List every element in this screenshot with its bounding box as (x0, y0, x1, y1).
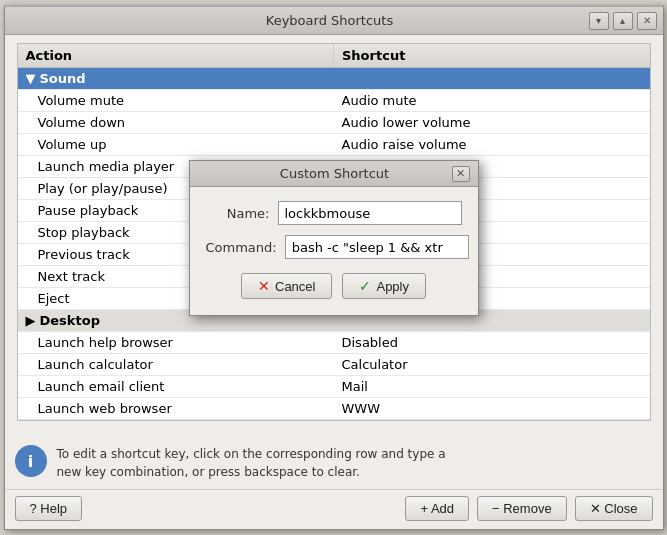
dialog-titlebar: Custom Shortcut ✕ (190, 161, 478, 187)
table-row[interactable]: Volume upAudio raise volume (18, 134, 650, 156)
cancel-icon: ✕ (258, 278, 270, 294)
button-bar: ? Help + Add − Remove ✕ Close (5, 489, 663, 529)
table-wrapper: Action Shortcut ▼SoundVolume muteAudio m… (11, 39, 657, 437)
command-row: Command: (206, 235, 462, 259)
apply-button[interactable]: ✓ Apply (342, 273, 426, 299)
table-row[interactable]: Launch help browserDisabled (18, 332, 650, 354)
shortcut-cell: Audio raise volume (334, 134, 650, 156)
table-row[interactable]: Launch email clientMail (18, 376, 650, 398)
expand-icon: ▶ (26, 313, 36, 328)
action-cell: Launch web browser (18, 398, 334, 420)
help-button[interactable]: ? Help (15, 496, 83, 521)
shortcut-cell: Mail (334, 376, 650, 398)
shortcut-cell: WWW (334, 398, 650, 420)
window-content: Action Shortcut ▼SoundVolume muteAudio m… (5, 35, 663, 529)
name-label: Name: (206, 206, 278, 221)
table-row[interactable]: Volume muteAudio mute (18, 90, 650, 112)
action-cell: Launch calculator (18, 354, 334, 376)
name-input[interactable] (278, 201, 462, 225)
remove-button[interactable]: − Remove (477, 496, 567, 521)
command-label: Command: (206, 240, 285, 255)
table-row[interactable]: Launch calculatorCalculator (18, 354, 650, 376)
action-cell: Volume up (18, 134, 334, 156)
category-cell: ▼Sound (18, 68, 650, 90)
close-button[interactable]: ✕ Close (575, 496, 653, 521)
custom-shortcut-dialog: Custom Shortcut ✕ Name: Command: (189, 160, 479, 316)
add-button[interactable]: + Add (405, 496, 469, 521)
command-input[interactable] (285, 235, 469, 259)
table-row[interactable]: Volume downAudio lower volume (18, 112, 650, 134)
info-icon: i (15, 445, 47, 477)
info-bar: i To edit a shortcut key, click on the c… (5, 437, 663, 489)
cancel-label: Cancel (275, 279, 315, 294)
shortcut-cell: Audio mute (334, 90, 650, 112)
table-row[interactable]: Launch web browserWWW (18, 398, 650, 420)
apply-label: Apply (376, 279, 409, 294)
action-cell: Volume mute (18, 90, 334, 112)
expand-icon: ▼ (26, 71, 36, 86)
window-title: Keyboard Shortcuts (71, 13, 589, 28)
titlebar: Keyboard Shortcuts ▾ ▴ ✕ (5, 7, 663, 35)
dialog-body: Name: Command: ✕ Cancel (190, 187, 478, 315)
window-maximize-button[interactable]: ▴ (613, 12, 633, 30)
shortcut-cell: Disabled (334, 332, 650, 354)
action-cell: Launch help browser (18, 332, 334, 354)
shortcut-cell: Calculator (334, 354, 650, 376)
column-header-action: Action (18, 44, 334, 68)
cancel-button[interactable]: ✕ Cancel (241, 273, 332, 299)
dialog-buttons: ✕ Cancel ✓ Apply (206, 269, 462, 305)
column-header-shortcut: Shortcut (334, 44, 650, 68)
window-minimize-button[interactable]: ▾ (589, 12, 609, 30)
action-cell: Launch email client (18, 376, 334, 398)
table-row[interactable]: ▼Sound (18, 68, 650, 90)
window-close-button[interactable]: ✕ (637, 12, 657, 30)
info-text: To edit a shortcut key, click on the cor… (57, 445, 446, 481)
name-row: Name: (206, 201, 462, 225)
main-window: Keyboard Shortcuts ▾ ▴ ✕ Action Shortcut… (4, 5, 664, 530)
apply-icon: ✓ (359, 278, 371, 294)
shortcut-cell: Audio lower volume (334, 112, 650, 134)
dialog-title: Custom Shortcut (218, 166, 452, 181)
action-cell: Volume down (18, 112, 334, 134)
dialog-close-button[interactable]: ✕ (452, 166, 470, 182)
titlebar-controls: ▾ ▴ ✕ (589, 12, 657, 30)
